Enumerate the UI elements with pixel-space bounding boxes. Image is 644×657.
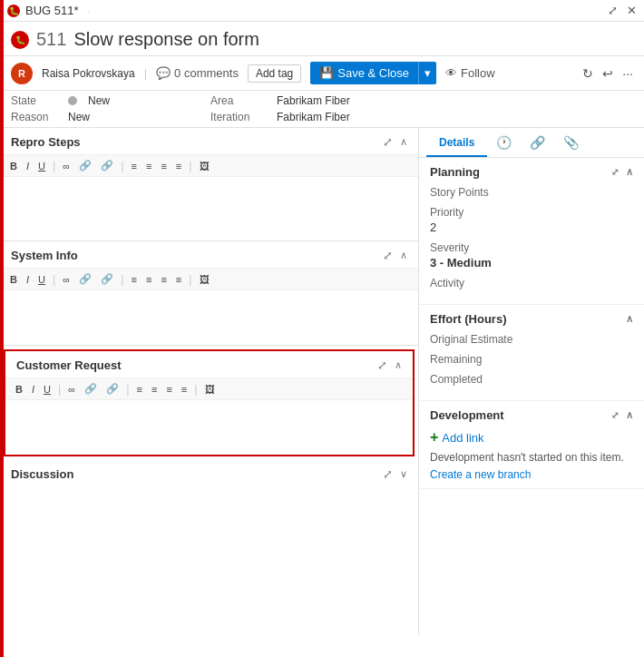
state-field: State New (11, 94, 210, 107)
cust-rte-list2[interactable]: ≡ (149, 383, 160, 396)
refresh-button[interactable]: ↻ (582, 66, 593, 81)
customer-request-icons: ⤢ ∧ (377, 358, 402, 372)
sys-rte-list1[interactable]: ≡ (129, 273, 140, 286)
dev-expand-icon[interactable]: ⤢ (611, 410, 619, 420)
area-label: Area (210, 94, 269, 107)
state-value[interactable]: New (88, 94, 110, 107)
cust-rte-underline[interactable]: U (41, 383, 54, 396)
priority-field: Priority 2 (430, 206, 633, 234)
tab-bar: Details 🕐 🔗 📎 (419, 128, 644, 158)
cust-rte-indent2[interactable]: ≡ (179, 383, 190, 396)
follow-icon: 👁 (445, 66, 457, 80)
effort-collapse-icon[interactable]: ∧ (626, 313, 633, 325)
comment-icon: 💬 (156, 66, 171, 80)
comments-button[interactable]: 💬 0 comments (156, 66, 239, 80)
expand-icon[interactable]: ⤢ (608, 4, 618, 17)
system-collapse-icon[interactable]: ∧ (400, 250, 407, 261)
rte-bold[interactable]: B (7, 160, 20, 172)
cust-rte-link1[interactable]: 🔗 (82, 382, 100, 396)
severity-value[interactable]: 3 - Medium (430, 256, 633, 270)
add-link-plus-icon: + (430, 429, 438, 446)
discussion-collapse-icon[interactable]: ∨ (400, 468, 407, 480)
repro-rte-toolbar: B I U | ∞ 🔗 🔗 | ≡ ≡ ≡ ≡ | 🖼 (0, 154, 418, 177)
tab-details[interactable]: Details (426, 129, 487, 157)
customer-request-body[interactable] (5, 400, 413, 455)
rte-strikethrough[interactable]: ∞ (60, 160, 73, 172)
system-info-icons: ⤢ ∧ (383, 249, 407, 262)
completed-label: Completed (430, 373, 633, 386)
close-icon[interactable]: ✕ (627, 4, 637, 17)
sys-rte-strikethrough[interactable]: ∞ (60, 273, 73, 286)
discussion-title: Discussion (11, 467, 73, 481)
bug-icon (7, 5, 20, 17)
system-info-title: System Info (11, 249, 78, 262)
repro-steps-section: Repro Steps ⤢ ∧ B I U | ∞ 🔗 🔗 | ≡ ≡ ≡ ≡ … (0, 128, 418, 241)
cust-rte-italic[interactable]: I (29, 383, 37, 396)
rte-underline[interactable]: U (35, 160, 48, 172)
add-tag-button[interactable]: Add tag (248, 64, 301, 83)
discussion-expand-icon[interactable]: ⤢ (383, 467, 393, 481)
dev-status-text: Development hasn't started on this item. (430, 451, 633, 464)
planning-collapse-icon[interactable]: ∧ (626, 166, 633, 178)
rte-link1[interactable]: 🔗 (76, 159, 94, 172)
rte-indent1[interactable]: ≡ (158, 160, 169, 172)
title-bar: BUG 511* · ⤢ ✕ (0, 0, 644, 22)
planning-expand-icon[interactable]: ⤢ (611, 167, 619, 177)
repro-steps-title: Repro Steps (11, 135, 81, 149)
reason-value[interactable]: New (68, 111, 90, 123)
tab-history[interactable]: 🕐 (487, 128, 521, 157)
repro-steps-header: Repro Steps ⤢ ∧ (0, 128, 418, 154)
bug-name: Slow response on form (73, 29, 259, 50)
remaining-field: Remaining (430, 353, 633, 366)
activity-label: Activity (430, 277, 633, 289)
cust-rte-bold[interactable]: B (13, 383, 25, 396)
sys-rte-italic[interactable]: I (24, 273, 32, 286)
repro-collapse-icon[interactable]: ∧ (400, 136, 407, 148)
activity-field: Activity (430, 277, 633, 289)
sys-rte-image[interactable]: 🖼 (197, 273, 212, 286)
iteration-value[interactable]: Fabrikam Fiber (277, 111, 350, 123)
right-panel: Details 🕐 🔗 📎 Planning ⤢ ∧ Story Points … (419, 128, 644, 635)
system-info-body[interactable] (0, 290, 418, 345)
save-close-button[interactable]: 💾 Save & Close (310, 62, 418, 84)
rte-link2[interactable]: 🔗 (98, 159, 116, 172)
sys-rte-indent2[interactable]: ≡ (173, 273, 184, 286)
cust-rte-indent1[interactable]: ≡ (163, 383, 174, 396)
system-expand-icon[interactable]: ⤢ (383, 249, 393, 262)
undo-button[interactable]: ↩ (602, 66, 613, 81)
sys-rte-list2[interactable]: ≡ (143, 273, 154, 286)
rte-indent2[interactable]: ≡ (173, 160, 184, 172)
sys-rte-link2[interactable]: 🔗 (98, 272, 116, 286)
cust-rte-link2[interactable]: 🔗 (103, 382, 122, 396)
rte-list1[interactable]: ≡ (129, 160, 140, 172)
tab-links[interactable]: 🔗 (521, 128, 554, 157)
sys-rte-bold[interactable]: B (7, 273, 20, 286)
repro-expand-icon[interactable]: ⤢ (383, 135, 393, 149)
customer-expand-icon[interactable]: ⤢ (377, 358, 387, 372)
system-info-header: System Info ⤢ ∧ (0, 241, 418, 268)
add-link-button[interactable]: + Add link (430, 429, 633, 446)
follow-label: Follow (461, 66, 495, 80)
cust-rte-strikethrough[interactable]: ∞ (65, 383, 78, 396)
dev-collapse-icon[interactable]: ∧ (626, 409, 633, 421)
more-button[interactable]: ··· (622, 66, 633, 81)
customer-collapse-icon[interactable]: ∧ (395, 359, 402, 371)
create-branch-link[interactable]: Create a new branch (430, 468, 531, 481)
iteration-field: Iteration Fabrikam Fiber (210, 111, 350, 123)
original-estimate-label: Original Estimate (430, 333, 633, 346)
repro-steps-body[interactable] (0, 177, 418, 240)
priority-value[interactable]: 2 (430, 221, 633, 234)
area-value[interactable]: Fabrikam Fiber (277, 94, 350, 107)
comments-label: 0 comments (174, 66, 239, 80)
rte-list2[interactable]: ≡ (143, 160, 154, 172)
rte-italic[interactable]: I (24, 160, 32, 172)
sys-rte-link1[interactable]: 🔗 (76, 272, 94, 286)
rte-image[interactable]: 🖼 (197, 160, 212, 172)
cust-rte-image[interactable]: 🖼 (202, 383, 218, 396)
tab-attachments[interactable]: 📎 (554, 128, 588, 157)
sys-rte-indent1[interactable]: ≡ (158, 273, 169, 286)
cust-rte-list1[interactable]: ≡ (134, 383, 145, 396)
save-dropdown-button[interactable]: ▾ (418, 62, 436, 84)
follow-button[interactable]: 👁 Follow (445, 66, 495, 80)
sys-rte-underline[interactable]: U (35, 273, 48, 286)
